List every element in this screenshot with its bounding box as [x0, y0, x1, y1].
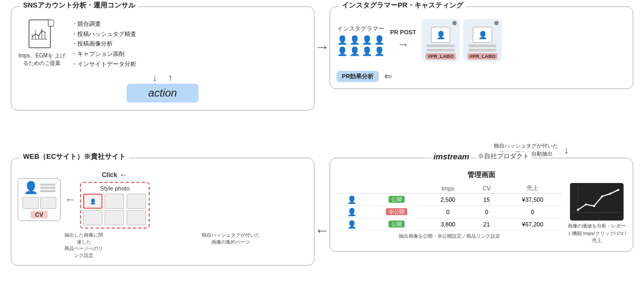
person-4: 👤 [374, 35, 385, 45]
table-row: 👤 公開 2,500 15 ¥37,500 [336, 194, 562, 206]
phone-dot-2 [494, 21, 499, 25]
click-area: Click ← [102, 170, 128, 180]
pr-post-area: PR POST → [390, 29, 416, 52]
row1-sales: ¥37,500 [503, 194, 562, 206]
person-2: 👤 [349, 35, 360, 45]
insta-title: インスタグラマーPR・キャスティング [339, 1, 466, 10]
web-captions: 抽出した画像に関連した商品ページへのリンク設定 独自ハッシュタグが付いた画像の集… [18, 232, 308, 259]
row1-status: 公開 [367, 194, 426, 206]
ec-img-2 [40, 197, 56, 209]
chart-caption: 画像の価値を分析・レポート機能 Imps/クリック/ CV / 売上 [567, 223, 626, 245]
action-area: ↓ ↑ action [18, 73, 308, 104]
web-caption-1: 抽出した画像に関連した商品ページへのリンク設定 [62, 232, 105, 259]
instagrammer-label: インスタグラマー [336, 25, 385, 33]
bullet-4: キャプション添削 [71, 49, 136, 59]
left-arrow-icon: ← [65, 193, 76, 206]
style-cell-3 [83, 210, 103, 225]
phone-line-2a [469, 45, 496, 47]
phone-tag-2: #PR_LABO [467, 53, 497, 60]
svg-point-15 [609, 193, 611, 195]
web-box: WEB（ECサイト）※貴社サイト 👤 [11, 158, 314, 266]
phone-img-1: 👤 [431, 27, 450, 43]
row1-cv: 15 [470, 194, 503, 206]
svg-rect-2 [48, 20, 54, 26]
ec-site-preview: 👤 CV [18, 178, 61, 221]
person-1: 👤 [336, 35, 348, 45]
action-button[interactable]: action [127, 84, 198, 102]
style-cell-1 [105, 194, 124, 209]
row1-icon: 👤 [336, 194, 367, 206]
top-row: SNSアカウント分析・運用コンサル [11, 6, 633, 141]
row2-cv: 0 [470, 206, 503, 218]
pr-effect-badge: PR効果分析 [336, 71, 379, 82]
person-5: 👤 [336, 46, 348, 56]
table-body: 👤 公開 2,500 15 ¥37,500 👤 非公開 0 0 [336, 194, 562, 231]
ec-lines [40, 184, 55, 192]
phone-dot-1 [452, 21, 457, 25]
th-cv: CV [470, 183, 503, 194]
sns-title: SNSアカウント分析・運用コンサル [20, 1, 138, 10]
table-row: 👤 公開 3,800 21 ¥67,200 [336, 218, 562, 231]
web-caption-2: 独自ハッシュタグが付いた画像の集約ページ [199, 232, 263, 259]
table-area: Imps CV 売上 👤 公開 2,500 15 ¥37,50 [336, 183, 562, 240]
svg-point-13 [593, 205, 595, 207]
phone-card-1: 👤 #PR_LABO [421, 19, 460, 62]
pr-effect-row: PR効果分析 ⇐ [336, 70, 626, 82]
row3-imps: 3,800 [426, 218, 470, 231]
phone-line-1a [427, 45, 455, 47]
imstream-label: imstream [431, 152, 472, 161]
style-cell-2 [127, 194, 146, 209]
style-photo-box: Style photo 👤 [80, 182, 150, 229]
sns-icon-caption: Imps、EGMを 上げるためのご提案 [18, 52, 66, 67]
insta-content: インスタグラマー 👤 👤 👤 👤 👤 👤 👤 👤 [336, 19, 626, 82]
insta-box: インスタグラマーPR・キャスティング インスタグラマー 👤 👤 👤 👤 👤 👤 … [330, 6, 633, 89]
bottom-row: WEB（ECサイト）※貴社サイト 👤 [11, 158, 633, 297]
th-sales: 売上 [503, 183, 562, 194]
svg-point-16 [617, 189, 619, 191]
up-arrow-icon: ↑ [168, 73, 173, 83]
instagrammer-group: インスタグラマー 👤 👤 👤 👤 👤 👤 👤 👤 [336, 25, 385, 56]
imstream-inner: Imps CV 売上 👤 公開 2,500 15 ¥37,50 [336, 183, 626, 245]
row3-sales: ¥67,200 [503, 218, 562, 231]
ec-img-1 [23, 197, 39, 209]
kanri-title: 管理画面 [336, 170, 626, 180]
phone-img-2: 👤 [473, 27, 492, 43]
row2-status: 非公開 [367, 206, 426, 218]
bullet-2: 投稿ハッシュタグ精査 [71, 29, 136, 39]
left-arrow-click: ← [119, 170, 128, 180]
data-table: Imps CV 売上 👤 公開 2,500 15 ¥37,50 [336, 183, 562, 231]
style-cell-5 [127, 210, 146, 225]
svg-point-12 [585, 203, 587, 206]
bullet-3: 投稿画像分析 [71, 39, 136, 49]
sns-inner: Imps、EGMを 上げるためのご提案 競合調査 投稿ハッシュタグ精査 投稿画像… [18, 19, 308, 69]
phone-line-1b [427, 49, 455, 52]
phone-cards: 👤 #PR_LABO 👤 #PR_LABO [421, 19, 502, 62]
person-7: 👤 [361, 46, 372, 56]
person-8: 👤 [374, 46, 385, 56]
chart-box [570, 183, 624, 221]
pr-post-label: PR POST [390, 29, 416, 35]
ec-line-1 [40, 184, 55, 186]
ec-bottom [23, 197, 56, 209]
style-photo-title: Style photo [83, 185, 147, 192]
web-title: WEB（ECサイト）※貴社サイト [20, 152, 129, 162]
main-layout: SNSアカウント分析・運用コンサル [11, 6, 633, 302]
arrows-row: ↓ ↑ [152, 73, 173, 83]
chart-area: 画像の価値を分析・レポート機能 Imps/クリック/ CV / 売上 [567, 183, 626, 245]
style-photo-area: Click ← Style photo 👤 [80, 170, 150, 229]
ec-line-2 [40, 187, 55, 189]
chart-svg [573, 186, 621, 218]
th-icon [336, 183, 367, 194]
top-center-arrow: → [314, 39, 330, 56]
click-label: Click [102, 171, 118, 179]
bullet-5: インサイトデータ分析 [71, 59, 136, 69]
sns-icon-area: Imps、EGMを 上げるためのご提案 [18, 19, 66, 67]
doc-chart-icon [28, 19, 56, 52]
svg-point-14 [601, 195, 603, 197]
site-top: 👤 [24, 181, 55, 195]
phone-card-2: 👤 #PR_LABO [463, 19, 502, 62]
imstream-box: imstream ※自社プロダクト 管理画面 Imps CV 売上 [330, 158, 633, 252]
imstream-title-area: imstream ※自社プロダクト [330, 152, 633, 161]
row2-icon: 👤 [336, 206, 367, 218]
right-arrow-big: → [397, 38, 409, 52]
